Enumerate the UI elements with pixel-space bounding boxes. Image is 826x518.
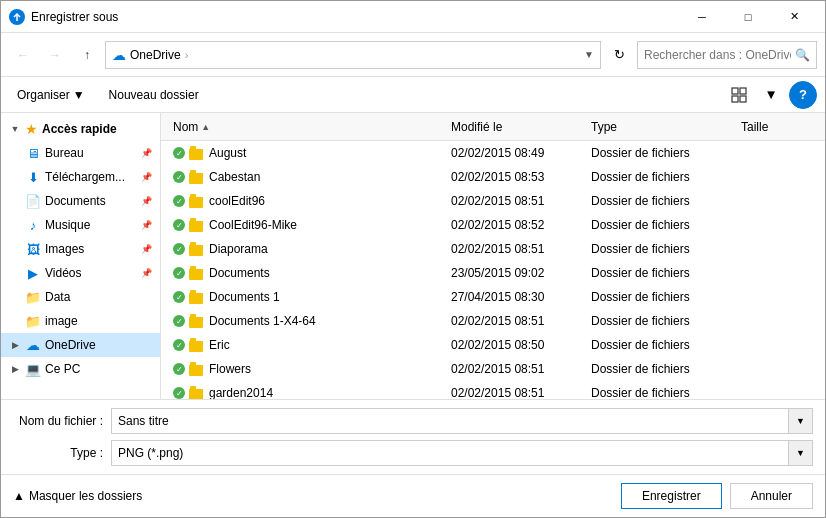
footer-actions: Enregistrer Annuler [621, 483, 813, 509]
onedrive-cloud-icon: ☁ [25, 337, 41, 353]
file-cell-name: ✓ Documents 1 [169, 290, 447, 304]
folder-icon [189, 290, 205, 304]
quick-access-expand-icon: ▼ [9, 124, 21, 134]
table-row[interactable]: ✓ Diaporama 02/02/2015 08:51 Dossier de … [161, 237, 825, 261]
back-button[interactable]: ← [9, 41, 37, 69]
onedrive-expand-icon: ▶ [9, 340, 21, 350]
table-row[interactable]: ✓ Eric 02/02/2015 08:50 Dossier de fichi… [161, 333, 825, 357]
file-cell-name: ✓ August [169, 146, 447, 160]
window-controls: ─ □ ✕ [679, 1, 817, 33]
table-row[interactable]: ✓ Documents 23/05/2015 09:02 Dossier de … [161, 261, 825, 285]
folder-icon [189, 194, 205, 208]
title-bar: Enregistrer sous ─ □ ✕ [1, 1, 825, 33]
new-folder-button[interactable]: Nouveau dossier [101, 84, 207, 106]
sidebar-item-telechargements[interactable]: ⬇ Téléchargem... 📌 [1, 165, 160, 189]
sidebar-label-musique: Musique [45, 218, 137, 232]
file-cell-modified: 02/02/2015 08:49 [447, 146, 587, 160]
sidebar-item-images[interactable]: 🖼 Images 📌 [1, 237, 160, 261]
file-cell-modified: 02/02/2015 08:51 [447, 362, 587, 376]
folder-icon [189, 362, 205, 376]
save-button[interactable]: Enregistrer [621, 483, 722, 509]
file-name: CoolEdit96-Mike [209, 218, 297, 232]
search-input[interactable] [644, 48, 791, 62]
type-dropdown-button[interactable]: ▼ [788, 441, 812, 465]
sidebar-item-videos[interactable]: ▶ Vidéos 📌 [1, 261, 160, 285]
sidebar-label-onedrive: OneDrive [45, 338, 152, 352]
header-modified[interactable]: Modifié le [447, 120, 587, 134]
sidebar-item-documents[interactable]: 📄 Documents 📌 [1, 189, 160, 213]
action-bar-right: ▼ ? [725, 81, 817, 109]
table-row[interactable]: ✓ Cabestan 02/02/2015 08:53 Dossier de f… [161, 165, 825, 189]
cancel-button[interactable]: Annuler [730, 483, 813, 509]
address-chevron-icon: ▼ [584, 49, 594, 60]
maximize-button[interactable]: □ [725, 1, 771, 33]
view-dropdown-button[interactable]: ▼ [757, 81, 785, 109]
table-row[interactable]: ✓ Documents 1-X4-64 02/02/2015 08:51 Dos… [161, 309, 825, 333]
svg-rect-4 [732, 96, 738, 102]
table-row[interactable]: ✓ garden2014 02/02/2015 08:51 Dossier de… [161, 381, 825, 399]
table-row[interactable]: ✓ August 02/02/2015 08:49 Dossier de fic… [161, 141, 825, 165]
save-dialog: Enregistrer sous ─ □ ✕ ← → ↑ ☁ OneDrive … [0, 0, 826, 518]
documents-pin-icon: 📌 [141, 196, 152, 206]
sync-badge: ✓ [173, 387, 185, 399]
quick-access-label: Accès rapide [42, 122, 117, 136]
forward-button[interactable]: → [41, 41, 69, 69]
filename-label: Nom du fichier : [13, 414, 103, 428]
organize-label: Organiser [17, 88, 70, 102]
address-location: OneDrive [130, 48, 181, 62]
sidebar-group-quick-access[interactable]: ▼ ★ Accès rapide [1, 117, 160, 141]
sidebar-item-data[interactable]: 📁 Data [1, 285, 160, 309]
file-cell-modified: 02/02/2015 08:50 [447, 338, 587, 352]
videos-pin-icon: 📌 [141, 268, 152, 278]
sidebar-item-cepc[interactable]: ▶ 💻 Ce PC [1, 357, 160, 381]
table-row[interactable]: ✓ CoolEdit96-Mike 02/02/2015 08:52 Dossi… [161, 213, 825, 237]
file-cell-name: ✓ garden2014 [169, 386, 447, 399]
table-row[interactable]: ✓ Flowers 02/02/2015 08:51 Dossier de fi… [161, 357, 825, 381]
sidebar-item-image[interactable]: 📁 image [1, 309, 160, 333]
file-name: Flowers [209, 362, 251, 376]
view-toggle-button[interactable] [725, 81, 753, 109]
sidebar-item-bureau[interactable]: 🖥 Bureau 📌 [1, 141, 160, 165]
file-cell-type: Dossier de fichiers [587, 218, 737, 232]
up-button[interactable]: ↑ [73, 41, 101, 69]
sync-badge: ✓ [173, 195, 185, 207]
organize-button[interactable]: Organiser ▼ [9, 84, 93, 106]
file-cell-modified: 27/04/2015 08:30 [447, 290, 587, 304]
file-cell-name: ✓ Documents [169, 266, 447, 280]
file-cell-modified: 02/02/2015 08:52 [447, 218, 587, 232]
hide-folders-button[interactable]: ▲ Masquer les dossiers [13, 489, 142, 503]
close-button[interactable]: ✕ [771, 1, 817, 33]
data-icon: 📁 [25, 289, 41, 305]
file-name: garden2014 [209, 386, 273, 399]
dialog-icon [9, 9, 25, 25]
file-list: ✓ August 02/02/2015 08:49 Dossier de fic… [161, 141, 825, 399]
file-cell-name: ✓ Documents 1-X4-64 [169, 314, 447, 328]
folder-icon [189, 338, 205, 352]
svg-rect-2 [732, 88, 738, 94]
sidebar-item-musique[interactable]: ♪ Musique 📌 [1, 213, 160, 237]
sync-badge: ✓ [173, 171, 185, 183]
file-cell-type: Dossier de fichiers [587, 170, 737, 184]
sort-icon: ▲ [201, 122, 210, 132]
table-row[interactable]: ✓ Documents 1 27/04/2015 08:30 Dossier d… [161, 285, 825, 309]
filename-dropdown-button[interactable]: ▼ [788, 409, 812, 433]
filename-input[interactable] [112, 409, 788, 433]
table-row[interactable]: ✓ coolEdit96 02/02/2015 08:51 Dossier de… [161, 189, 825, 213]
sync-badge: ✓ [173, 243, 185, 255]
file-name: Eric [209, 338, 230, 352]
address-bar[interactable]: ☁ OneDrive › ▼ [105, 41, 601, 69]
header-size[interactable]: Taille [737, 120, 817, 134]
type-row: Type : PNG (*.png) ▼ [13, 440, 813, 466]
file-cell-name: ✓ Eric [169, 338, 447, 352]
documents-icon: 📄 [25, 193, 41, 209]
header-type[interactable]: Type [587, 120, 737, 134]
minimize-button[interactable]: ─ [679, 1, 725, 33]
file-cell-type: Dossier de fichiers [587, 242, 737, 256]
hide-folders-icon: ▲ [13, 489, 25, 503]
sidebar-label-image: image [45, 314, 152, 328]
hide-folders-label: Masquer les dossiers [29, 489, 142, 503]
header-name[interactable]: Nom ▲ [169, 120, 447, 134]
refresh-button[interactable]: ↻ [605, 41, 633, 69]
help-button[interactable]: ? [789, 81, 817, 109]
sidebar-item-onedrive[interactable]: ▶ ☁ OneDrive [1, 333, 160, 357]
